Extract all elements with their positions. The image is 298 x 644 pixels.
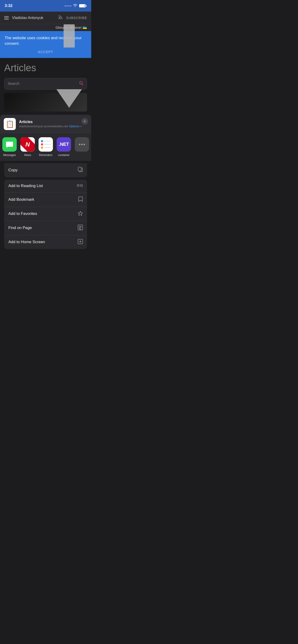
subscribe-button[interactable]: SUBSCRIBE <box>66 16 87 20</box>
share-app-reminders[interactable]: Reminders <box>39 137 53 157</box>
find-on-page-icon <box>78 225 83 231</box>
svg-point-1 <box>80 82 82 84</box>
copy-button[interactable]: Copy <box>4 163 87 177</box>
share-apps-row: Messages N News <box>0 133 91 161</box>
articles-header: Articles <box>0 58 91 76</box>
copy-icon <box>78 167 83 174</box>
cookie-accept-button[interactable]: ACCEPT <box>5 50 87 54</box>
svg-point-9 <box>81 184 83 186</box>
find-on-page-button[interactable]: Find on Page <box>4 221 87 235</box>
star-icon <box>78 211 83 217</box>
menu-icon[interactable] <box>4 16 9 20</box>
share-app-news[interactable]: N News <box>21 137 35 157</box>
messages-icon <box>2 137 17 152</box>
share-app-name: Articles <box>19 120 88 124</box>
svg-point-8 <box>77 184 79 186</box>
copy-label: Copy <box>8 168 18 172</box>
add-home-screen-button[interactable]: Add to Home Screen <box>4 235 87 249</box>
add-bookmark-label: Add Bookmark <box>8 197 34 202</box>
reminders-label: Reminders <box>39 154 53 157</box>
status-icons <box>65 4 87 8</box>
status-time: 3:32 <box>5 4 13 8</box>
cookie-text: The website uses cookies and requires yo… <box>5 35 87 46</box>
svg-rect-7 <box>78 167 81 171</box>
add-favorites-button[interactable]: Add to Favorites <box>4 207 87 221</box>
signal-strength-icon <box>65 5 71 6</box>
messages-label: Messages <box>3 154 16 157</box>
svg-line-2 <box>82 84 83 85</box>
more-actions-group: Add to Reading List Add Bookmark <box>4 180 87 249</box>
nav-bar: Vladislav Antonyuk SUBSCRIBE <box>0 12 91 24</box>
status-bar: 3:32 <box>0 0 91 12</box>
add-favorites-label: Add to Favorites <box>8 212 37 216</box>
share-actions: Copy Add to Reading List <box>0 161 91 254</box>
more-icon <box>75 137 89 152</box>
add-home-screen-icon <box>78 239 83 245</box>
svg-line-15 <box>81 229 81 230</box>
rss-icon[interactable] <box>58 15 63 21</box>
container-label: container <box>58 154 69 157</box>
nav-title: Vladislav Antonyuk <box>12 16 43 20</box>
container-icon: .NET <box>57 137 71 152</box>
svg-marker-10 <box>78 211 83 216</box>
share-app-container[interactable]: .NET container <box>57 137 71 157</box>
reminders-icon <box>39 137 53 152</box>
add-home-screen-label: Add to Home Screen <box>8 240 45 244</box>
svg-point-0 <box>59 18 60 19</box>
cookie-banner: The website uses cookies and requires yo… <box>0 31 91 58</box>
share-close-button[interactable]: × <box>82 118 88 124</box>
battery-icon <box>79 4 87 8</box>
search-bar[interactable]: Search <box>4 78 87 90</box>
wifi-icon <box>73 4 77 8</box>
ukraine-banner: Glory to Ukraine! 🇺🇦 <box>0 24 91 31</box>
svg-point-3 <box>79 144 80 145</box>
bookmark-icon <box>78 196 83 203</box>
share-url: vladislavantonyuk.azurewebsites.net <box>19 124 68 128</box>
options-link[interactable]: Options > <box>69 124 82 128</box>
copy-action-group: Copy <box>4 163 87 177</box>
share-sheet-container: 📋 Articles vladislavantonyuk.azurewebsit… <box>0 115 91 254</box>
add-reading-list-button[interactable]: Add to Reading List <box>4 180 87 192</box>
news-icon: N <box>21 137 35 152</box>
add-reading-list-label: Add to Reading List <box>8 184 43 188</box>
news-label: News <box>24 154 31 157</box>
svg-point-5 <box>84 144 85 145</box>
share-sheet: 📋 Articles vladislavantonyuk.azurewebsit… <box>0 115 91 254</box>
search-icon <box>79 81 84 87</box>
article-thumbnail <box>4 93 87 112</box>
svg-point-4 <box>81 144 83 145</box>
reading-list-icon <box>77 183 83 189</box>
share-app-messages[interactable]: Messages <box>2 137 17 157</box>
share-app-icon: 📋 <box>4 118 16 130</box>
page-title: Articles <box>4 62 87 73</box>
add-bookmark-button[interactable]: Add Bookmark <box>4 192 87 207</box>
share-header: 📋 Articles vladislavantonyuk.azurewebsit… <box>0 115 91 133</box>
share-app-more[interactable] <box>75 137 89 157</box>
search-input[interactable]: Search <box>8 82 77 86</box>
find-on-page-label: Find on Page <box>8 226 32 230</box>
